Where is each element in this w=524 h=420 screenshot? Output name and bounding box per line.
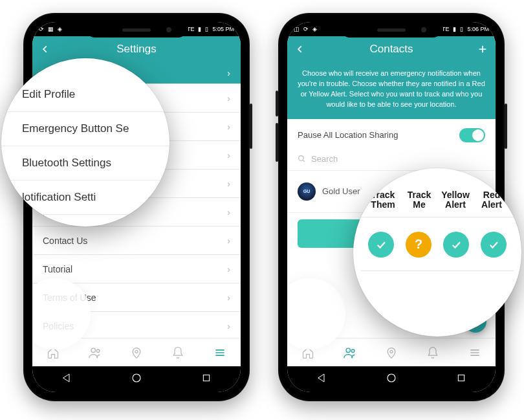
svg-marker-19 <box>318 374 324 382</box>
tab-location[interactable] <box>371 346 412 359</box>
svg-point-0 <box>91 348 95 352</box>
settings-label: Contact Us <box>43 236 87 246</box>
check-icon <box>481 232 507 258</box>
tab-contacts[interactable] <box>74 346 115 360</box>
svg-point-7 <box>133 374 140 382</box>
svg-point-11 <box>299 155 304 160</box>
back-button[interactable] <box>32 36 58 62</box>
svg-point-15 <box>390 350 393 353</box>
chevron-right-icon: › <box>227 122 230 132</box>
nav-back[interactable] <box>61 373 72 386</box>
nav-home[interactable] <box>131 372 142 386</box>
chevron-right-icon: › <box>227 93 230 104</box>
clock: 5:06 PM <box>467 26 489 32</box>
chevron-right-icon: › <box>227 179 230 189</box>
back-button[interactable] <box>287 36 313 62</box>
col-header: Yellow Alert <box>439 190 472 210</box>
android-nav <box>32 366 241 392</box>
status-icon: ◈ <box>312 26 317 32</box>
pause-toggle[interactable] <box>459 128 485 142</box>
search-icon <box>298 155 306 163</box>
svg-rect-8 <box>203 375 209 381</box>
battery-icon: ▯ <box>205 26 208 32</box>
zoom-row: Emergency Button Se <box>1 112 169 146</box>
status-icon: ▦ <box>48 26 54 32</box>
zoom-state-icons: ? <box>353 232 521 258</box>
check-icon <box>368 232 394 258</box>
tab-location[interactable] <box>116 346 157 359</box>
avatar: GU <box>298 182 316 201</box>
status-icon: ⟳ <box>303 26 309 32</box>
header-settings: Settings <box>32 36 241 62</box>
magnifier-contacts: Track Them Track Me Yellow Alert Red Ale… <box>353 168 521 337</box>
chevron-right-icon: › <box>227 207 230 217</box>
chevron-right-icon: › <box>227 293 230 303</box>
chevron-right-icon: › <box>227 264 230 274</box>
chevron-right-icon: › <box>227 321 230 331</box>
search-row[interactable]: Search <box>287 151 496 171</box>
status-icon: ⟳ <box>39 26 44 32</box>
android-nav <box>287 366 496 392</box>
svg-point-2 <box>135 350 138 353</box>
svg-point-20 <box>388 374 395 382</box>
pause-label: Pause All Location Sharing <box>298 130 398 140</box>
svg-point-14 <box>351 349 355 352</box>
pause-sharing-row: Pause All Location Sharing <box>287 119 496 151</box>
tab-alerts[interactable] <box>157 346 199 359</box>
nav-recent[interactable] <box>201 373 212 386</box>
nav-back[interactable] <box>316 373 327 386</box>
magnifier-settings: Edit Profile Emergency Button Se Bluetoo… <box>1 58 169 227</box>
notch <box>340 22 443 38</box>
svg-line-12 <box>303 160 305 162</box>
nav-home[interactable] <box>386 372 397 386</box>
notch <box>85 22 188 38</box>
info-banner: Choose who will receive an emergency not… <box>287 62 496 119</box>
header-title: Settings <box>116 43 156 56</box>
clock: 5:05 PM <box>212 26 234 32</box>
settings-label: Tutorial <box>43 264 72 274</box>
zoom-row: Edit Profile <box>1 78 169 112</box>
tab-alerts[interactable] <box>412 346 453 359</box>
header-title: Contacts <box>369 43 413 56</box>
col-header: Track Me <box>403 190 435 210</box>
nav-recent[interactable] <box>456 373 466 386</box>
svg-point-13 <box>346 348 350 352</box>
svg-rect-21 <box>458 375 464 381</box>
zoom-row: Bluetooth Settings <box>1 146 169 181</box>
add-contact-button[interactable] <box>470 36 496 62</box>
battery-icon: ▯ <box>460 26 463 32</box>
tab-menu[interactable] <box>454 346 496 359</box>
svg-marker-6 <box>63 374 69 382</box>
tab-menu[interactable] <box>199 346 241 359</box>
header-contacts: Contacts <box>287 36 496 62</box>
chevron-right-icon: › <box>227 236 230 246</box>
svg-point-1 <box>96 349 100 352</box>
signal-icon: ▮ <box>453 26 456 32</box>
signal-icon: ▮ <box>198 26 201 32</box>
check-icon <box>443 232 469 258</box>
status-icon: ◈ <box>58 26 62 32</box>
search-placeholder: Search <box>311 154 338 164</box>
question-icon: ? <box>406 232 431 258</box>
tab-contacts[interactable] <box>329 346 370 360</box>
settings-row[interactable]: Contact Us› <box>32 227 241 255</box>
status-icon: ◫ <box>294 26 300 32</box>
chevron-right-icon: › <box>227 68 230 78</box>
chevron-right-icon: › <box>227 150 230 160</box>
contact-name: Gold User <box>322 186 360 196</box>
